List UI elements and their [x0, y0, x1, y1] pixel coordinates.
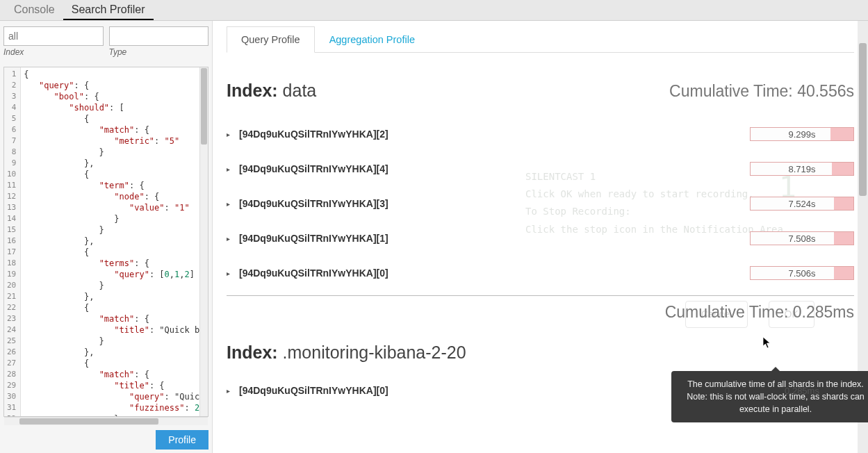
editor-scrollbar-h[interactable]: [4, 417, 208, 425]
chevron-right-icon: ▸: [227, 200, 234, 208]
shard-time-bar: 9.299s: [750, 127, 854, 141]
tab-console[interactable]: Console: [6, 0, 63, 20]
cumulative-time: Cumulative Time: 40.556s: [669, 82, 854, 101]
shard-name: [94Dq9uKuQSilTRnIYwYHKA][0]: [239, 385, 388, 396]
left-panel: Index Type 1 2 3 4 5 6 7 8 9 10 11 12 13…: [0, 21, 212, 453]
cumulative-time-tooltip: The cumulative time of all shards in the…: [671, 371, 868, 422]
tab-query-profile[interactable]: Query Profile: [227, 26, 315, 53]
profile-button[interactable]: Profile: [156, 430, 208, 450]
shard-name: [94Dq9uKuQSilTRnIYwYHKA][0]: [239, 267, 388, 279]
chevron-right-icon: ▸: [227, 235, 234, 242]
shard-name: [94Dq9uKuQSilTRnIYwYHKA][2]: [239, 129, 388, 140]
index-title: Index: data: [227, 81, 316, 101]
chevron-right-icon: ▸: [227, 270, 234, 277]
index-title: Index: .monitoring-kibana-2-20: [227, 343, 466, 363]
shard-row[interactable]: ▸[94Dq9uKuQSilTRnIYwYHKA][2]9.299s: [227, 117, 854, 152]
index-label: Index: [3, 47, 104, 57]
shard-time-bar: 7.506s: [750, 266, 854, 280]
editor-code[interactable]: { "query": { "bool": { "should": [ { "ma…: [21, 67, 208, 416]
chevron-right-icon: ▸: [227, 131, 234, 138]
ghost-ok-button: OK: [769, 301, 814, 328]
query-editor[interactable]: 1 2 3 4 5 6 7 8 9 10 11 12 13 14 15 16 1…: [3, 67, 208, 417]
chevron-right-icon: ▸: [227, 387, 234, 395]
index-input[interactable]: [3, 26, 104, 46]
index-header: Index: .monitoring-kibana-2-20: [227, 343, 854, 363]
index-header: Index: data Cumulative Time: 40.556s: [227, 81, 854, 101]
chevron-right-icon: ▸: [227, 165, 234, 173]
ghost-cancel-button: Cancel: [685, 301, 748, 328]
ghost-overlay: SILENTCAST 1 1 Click OK when ready to st…: [525, 168, 824, 328]
tab-aggregation-profile[interactable]: Aggregation Profile: [315, 26, 429, 53]
type-input[interactable]: [109, 26, 209, 46]
editor-gutter: 1 2 3 4 5 6 7 8 9 10 11 12 13 14 15 16 1…: [4, 67, 21, 416]
shard-time-bar: 7.524s: [750, 197, 854, 211]
shard-name: [94Dq9uKuQSilTRnIYwYHKA][4]: [239, 163, 388, 174]
editor-scrollbar-v[interactable]: [199, 67, 208, 416]
type-label: Type: [109, 47, 209, 57]
top-tabs: Console Search Profiler: [0, 0, 868, 21]
shard-time-bar: 7.508s: [750, 231, 854, 245]
shard-name: [94Dq9uKuQSilTRnIYwYHKA][3]: [239, 198, 388, 209]
shard-time-bar: 8.719s: [750, 162, 854, 176]
right-panel: Query Profile Aggregation Profile SILENT…: [212, 21, 868, 453]
profile-tabs: Query Profile Aggregation Profile: [227, 26, 854, 53]
shard-name: [94Dq9uKuQSilTRnIYwYHKA][1]: [239, 233, 388, 244]
tab-search-profiler[interactable]: Search Profiler: [63, 0, 154, 20]
